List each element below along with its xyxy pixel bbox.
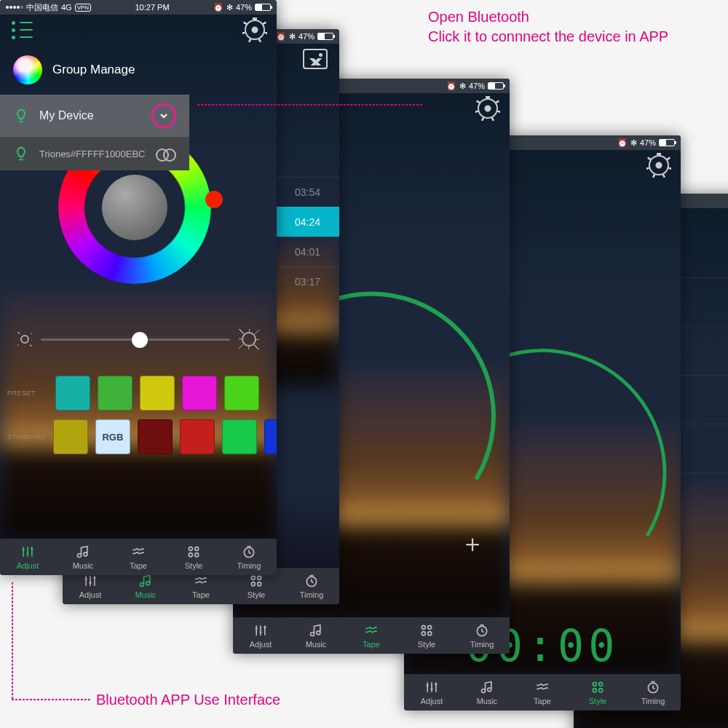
status-bar: 中国电信4GVPN 10:27 PM ⏰✻47% — [0, 0, 277, 15]
svg-point-8 — [599, 688, 603, 692]
brightness-high-icon — [242, 332, 256, 347]
svg-point-18 — [258, 582, 261, 585]
svg-point-22 — [189, 553, 192, 556]
gear-icon[interactable] — [245, 20, 265, 40]
svg-point-16 — [258, 576, 261, 579]
color-swatch[interactable] — [182, 376, 217, 411]
tab-tape[interactable]: Tape — [344, 617, 399, 654]
svg-point-10 — [422, 625, 425, 629]
svg-point-5 — [593, 682, 596, 686]
status-time: 10:27 PM — [135, 3, 170, 12]
group-manage-header[interactable]: Group Manage — [0, 45, 189, 95]
add-button[interactable]: ＋ — [460, 527, 485, 561]
color-swatch[interactable] — [140, 376, 175, 411]
tab-style[interactable]: Style — [570, 674, 625, 711]
color-swatch[interactable] — [55, 376, 90, 411]
svg-point-13 — [428, 631, 432, 635]
color-swatch[interactable] — [53, 419, 88, 454]
color-swatch[interactable] — [222, 419, 257, 454]
tab-timing[interactable]: Timing — [284, 568, 339, 604]
tab-music[interactable]: Music — [288, 617, 344, 654]
tab-music[interactable]: Music — [459, 674, 515, 711]
svg-point-20 — [189, 547, 192, 550]
picker-handle[interactable] — [205, 191, 223, 208]
color-swatch[interactable] — [180, 419, 215, 454]
svg-point-17 — [251, 582, 255, 585]
menu-icon[interactable] — [12, 21, 33, 39]
screen-adjust: 中国电信4GVPN 10:27 PM ⏰✻47% PRESET STANDARD… — [0, 0, 277, 575]
svg-point-11 — [428, 625, 432, 629]
tab-timing[interactable]: Timing — [625, 674, 681, 711]
tab-style[interactable]: Style — [399, 617, 454, 654]
brightness-slider[interactable] — [20, 332, 256, 347]
tab-tape[interactable]: Tape — [515, 674, 570, 711]
standard-label: STANDARD — [7, 433, 46, 440]
tab-adjust[interactable]: Adjust — [0, 539, 55, 575]
color-swatch[interactable] — [224, 376, 259, 411]
svg-point-15 — [251, 576, 255, 579]
device-row[interactable]: Triones#FFFFF1000EBC — [0, 137, 189, 170]
svg-point-12 — [422, 631, 425, 635]
gear-icon[interactable] — [649, 155, 669, 175]
svg-point-21 — [195, 547, 199, 550]
gear-icon[interactable] — [478, 98, 498, 119]
tab-music[interactable]: Music — [55, 539, 111, 575]
rgb-ball-icon — [13, 55, 42, 84]
svg-point-7 — [593, 688, 596, 692]
tab-timing[interactable]: Timing — [454, 617, 510, 654]
tab-tape[interactable]: Tape — [111, 539, 166, 575]
tab-style[interactable]: Style — [166, 539, 221, 575]
annotation-open-bluetooth: Open Bluetooth Click it to connnect the … — [428, 7, 668, 47]
brightness-low-icon — [20, 335, 29, 344]
svg-point-6 — [599, 682, 603, 686]
tab-adjust[interactable]: Adjust — [233, 617, 288, 654]
color-swatch[interactable]: RGB — [95, 419, 130, 454]
chevron-down-icon[interactable] — [151, 103, 176, 128]
color-swatch[interactable] — [138, 419, 173, 454]
color-swatch[interactable] — [264, 419, 277, 454]
link-icon — [156, 149, 176, 159]
color-swatch[interactable] — [98, 376, 132, 411]
image-icon[interactable] — [303, 49, 328, 69]
sidebar: Group Manage My Device Triones#FFFFF1000… — [0, 45, 189, 170]
tab-adjust[interactable]: Adjust — [404, 674, 459, 711]
preset-label: PRESET — [7, 389, 48, 397]
my-device-row[interactable]: My Device — [0, 95, 189, 137]
tab-timing[interactable]: Timing — [221, 539, 277, 575]
annotation-footer: Bluetooth APP Use Interface — [96, 690, 280, 710]
svg-point-23 — [195, 553, 199, 556]
